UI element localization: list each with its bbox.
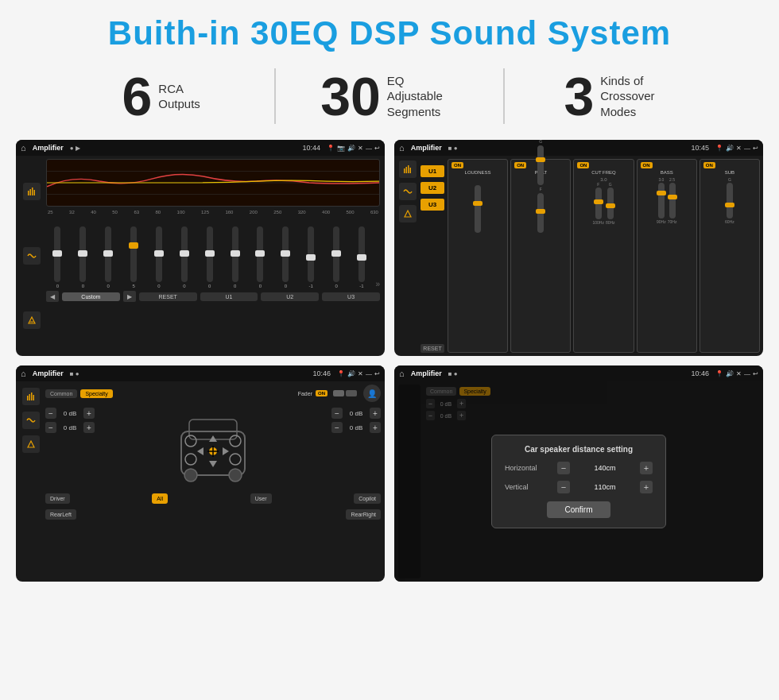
u1-btn[interactable]: U1 <box>200 292 258 301</box>
eq-slider-9[interactable]: 0 <box>249 226 272 288</box>
sub-on-badge[interactable]: ON <box>703 162 715 168</box>
eq-slider-2[interactable]: 0 <box>72 226 95 288</box>
eq-sidebar-icon-2[interactable] <box>23 247 41 265</box>
svg-rect-16 <box>31 393 33 400</box>
dialog-back-icon[interactable]: ↩ <box>753 370 758 377</box>
fader-sidebar-icon-1[interactable] <box>22 388 40 405</box>
ch-right2-minus[interactable]: − <box>331 422 343 433</box>
ch-left-minus[interactable]: − <box>45 408 56 419</box>
dialog-status-dots: ■ ● <box>448 370 458 377</box>
svg-rect-1 <box>30 189 32 195</box>
user-btn[interactable]: User <box>250 493 272 504</box>
dialog-home-icon[interactable]: ⌂ <box>399 369 405 378</box>
dialog-minimize-icon: — <box>744 370 750 377</box>
ch-left2-plus[interactable]: + <box>83 422 95 433</box>
vertical-minus-btn[interactable]: − <box>557 481 570 493</box>
co-sidebar-icon-1[interactable] <box>399 160 417 178</box>
ch-right2-plus[interactable]: + <box>370 422 381 433</box>
rearleft-btn[interactable]: RearLeft <box>45 509 76 520</box>
dialog-overlay: Car speaker distance setting Horizontal … <box>394 381 763 582</box>
ch-left2-minus[interactable]: − <box>45 422 56 433</box>
copilot-btn[interactable]: Copilot <box>354 493 381 504</box>
co-u3-btn[interactable]: U3 <box>421 199 444 211</box>
svg-rect-11 <box>408 165 409 173</box>
svg-marker-4 <box>29 317 35 323</box>
stat-rca: 6 RCAOutputs <box>48 69 274 123</box>
eq-panel: ⌂ Amplifier ● ▶ 10:44 📍 📷 🔊 ✕ — ↩ <box>16 140 385 356</box>
fader-location-icon: 📍 <box>337 370 345 377</box>
eq-slider-7[interactable]: 0 <box>198 226 221 288</box>
fader-common-tab[interactable]: Common <box>45 389 77 398</box>
fader-sidebar-icon-3[interactable] <box>22 435 40 453</box>
fader-back-icon[interactable]: ↩ <box>374 370 380 377</box>
stats-row: 6 RCAOutputs 30 EQ AdjustableSegments 3 … <box>0 60 779 135</box>
u3-btn[interactable]: U3 <box>322 292 380 301</box>
driver-btn[interactable]: Driver <box>45 493 70 504</box>
svg-marker-30 <box>209 435 217 442</box>
eq-slider-1[interactable]: 0 <box>46 226 69 288</box>
back-icon[interactable]: ↩ <box>374 145 380 152</box>
co-phat-module: ON PHAT G F <box>510 159 571 353</box>
prev-preset-btn[interactable]: ◀ <box>46 291 59 302</box>
bass-on-badge[interactable]: ON <box>641 162 653 168</box>
eq-slider-10[interactable]: 0 <box>274 226 297 288</box>
eq-sidebar-icon-1[interactable] <box>23 183 41 200</box>
co-u2-btn[interactable]: U2 <box>421 182 444 194</box>
eq-app-name: Amplifier <box>33 144 64 152</box>
co-back-icon[interactable]: ↩ <box>753 145 758 152</box>
horizontal-plus-btn[interactable]: + <box>640 462 653 474</box>
co-reset-btn[interactable]: RESET <box>421 344 444 353</box>
ch-left-plus[interactable]: + <box>83 408 95 419</box>
all-btn[interactable]: All <box>152 493 168 504</box>
eq-slider-6[interactable]: 0 <box>172 226 196 288</box>
eq-slider-13[interactable]: -1 <box>351 226 374 288</box>
eq-sidebar-icon-3[interactable] <box>23 311 41 329</box>
eq-graph <box>46 159 380 207</box>
co-modules: ON LOUDNESS ON PHAT <box>448 159 760 353</box>
fader-volume-icon: 🔊 <box>347 370 355 377</box>
fader-specialty-tab[interactable]: Specialty <box>80 389 112 398</box>
eq-slider-8[interactable]: 0 <box>223 226 246 288</box>
custom-preset-btn[interactable]: Custom <box>62 292 120 301</box>
horizontal-minus-btn[interactable]: − <box>557 462 570 474</box>
phat-on-badge[interactable]: ON <box>514 162 526 168</box>
cutfreq-on-badge[interactable]: ON <box>577 162 589 168</box>
u2-btn[interactable]: U2 <box>261 292 319 301</box>
expand-icon[interactable]: » <box>375 280 380 288</box>
ch-right-minus[interactable]: − <box>331 408 343 419</box>
fader-on-badge[interactable]: ON <box>316 390 327 396</box>
loudness-on-badge[interactable]: ON <box>452 162 463 168</box>
svg-marker-31 <box>209 461 217 467</box>
vertical-plus-btn[interactable]: + <box>640 481 653 493</box>
co-sidebar-icon-2[interactable] <box>399 183 417 200</box>
eq-slider-12[interactable]: 0 <box>325 226 348 288</box>
fader-user-icon-btn[interactable]: 👤 <box>363 385 381 402</box>
co-sidebar-icon-3[interactable] <box>399 205 417 222</box>
vertical-value: 110cm <box>573 483 637 491</box>
sub-label: SUB <box>703 170 756 175</box>
fader-time: 10:46 <box>312 369 331 377</box>
phat-slider[interactable]: G F <box>514 177 567 233</box>
reset-btn[interactable]: RESET <box>139 292 197 301</box>
eq-status-bar: ⌂ Amplifier ● ▶ 10:44 📍 📷 🔊 ✕ — ↩ <box>16 140 385 156</box>
eq-slider-5[interactable]: 0 <box>148 226 171 288</box>
fader-sidebar-icon-2[interactable] <box>22 412 40 429</box>
co-u1-btn[interactable]: U1 <box>421 165 444 177</box>
eq-freq-labels: 253240506380100125160200250320400500630 <box>46 210 380 215</box>
location-icon: 📍 <box>327 145 335 152</box>
co-home-icon[interactable]: ⌂ <box>399 143 405 153</box>
fader-home-icon[interactable]: ⌂ <box>21 369 26 378</box>
ch-right-plus[interactable]: + <box>370 408 381 419</box>
eq-slider-11[interactable]: -1 <box>300 226 323 288</box>
loudness-slider[interactable] <box>452 177 504 233</box>
dialog-title: Car speaker distance setting <box>505 445 653 454</box>
svg-rect-15 <box>29 394 31 400</box>
eq-slider-3[interactable]: 0 <box>97 226 120 288</box>
dialog-location-icon: 📍 <box>715 370 723 377</box>
co-close-icon: ✕ <box>736 145 742 152</box>
next-preset-btn[interactable]: ▶ <box>123 291 136 302</box>
confirm-button[interactable]: Confirm <box>547 501 610 518</box>
rearright-btn[interactable]: RearRight <box>346 509 381 520</box>
home-icon[interactable]: ⌂ <box>21 143 26 153</box>
eq-slider-4[interactable]: 5 <box>122 226 145 288</box>
